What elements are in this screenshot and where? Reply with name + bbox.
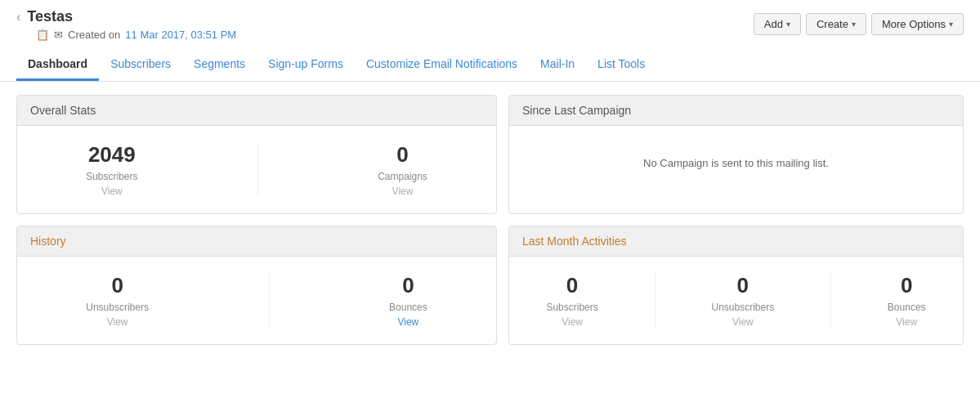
back-title-row: ‹ Testas [16,8,236,25]
lm-bounces-count: 0 [901,273,912,298]
created-date: 11 Mar 2017, 03:51 PM [125,29,236,41]
overall-stats-body: 2049 Subscribers View 0 Campaigns View [17,126,496,213]
last-month-header: Last Month Activities [509,226,963,257]
page-title: Testas [27,8,73,25]
subscribers-count: 2049 [88,142,136,168]
navigation-tabs: Dashboard Subscribers Segments Sign-up F… [0,49,980,82]
no-campaign-message: No Campaign is sent to this mailing list… [643,157,829,169]
campaigns-view-link[interactable]: View [392,186,414,197]
add-button[interactable]: Add ▾ [754,13,801,35]
list-icon: 📋 [36,29,49,41]
more-options-dropdown-arrow: ▾ [949,20,953,29]
subscribers-stat: 2049 Subscribers View [86,142,137,197]
bounces-label: Bounces [389,302,427,313]
envelope-icon: ✉ [54,29,63,41]
overall-stats-panel: Overall Stats 2049 Subscribers View 0 Ca… [16,95,497,214]
lm-subscribers-stat: 0 Subscribers View [546,273,597,328]
create-button[interactable]: Create ▾ [806,13,866,35]
tab-signup-forms[interactable]: Sign-up Forms [257,49,355,81]
create-label: Create [817,18,848,30]
add-label: Add [764,18,783,30]
row-1: Overall Stats 2049 Subscribers View 0 Ca… [16,95,964,214]
history-header: History [17,226,496,257]
tab-dashboard[interactable]: Dashboard [16,49,99,81]
more-options-label: More Options [882,18,946,30]
lm-subscribers-count: 0 [566,273,578,298]
lm-bounces-label: Bounces [888,302,926,313]
tab-segments[interactable]: Segments [182,49,257,81]
header-actions: Add ▾ Create ▾ More Options ▾ [754,8,964,35]
subscribers-view-link[interactable]: View [101,186,123,197]
add-dropdown-arrow: ▾ [786,20,790,29]
history-divider [269,273,270,328]
lm-unsubscribers-stat: 0 Unsubscribers View [711,273,774,328]
bounces-view-link[interactable]: View [397,316,418,328]
header-left: ‹ Testas 📋 ✉ Created on 11 Mar 2017, 03:… [16,8,236,41]
bounces-count: 0 [402,273,414,298]
meta-row: 📋 ✉ Created on 11 Mar 2017, 03:51 PM [16,29,236,41]
unsubscribers-label: Unsubscribers [86,302,149,313]
lm-subscribers-view-link[interactable]: View [562,316,583,328]
subscribers-label: Subscribers [86,171,137,182]
lm-bounces-stat: 0 Bounces View [888,273,926,328]
stat-divider [257,142,258,197]
history-panel: History 0 Unsubscribers View 0 Bounces V… [16,226,497,345]
dashboard-content: Overall Stats 2049 Subscribers View 0 Ca… [0,82,980,358]
lm-unsubscribers-view-link[interactable]: View [732,316,754,328]
create-dropdown-arrow: ▾ [852,20,856,29]
meta-prefix: Created on [68,29,120,41]
tab-mail-in[interactable]: Mail-In [529,49,586,81]
last-month-body: 0 Subscribers View 0 Unsubscribers View … [509,257,963,344]
lm-subscribers-label: Subscribers [546,302,597,313]
unsubscribers-count: 0 [111,273,123,298]
tab-customize-email[interactable]: Customize Email Notifications [355,49,529,81]
tab-list-tools[interactable]: List Tools [586,49,656,81]
since-last-campaign-panel: Since Last Campaign No Campaign is sent … [508,95,964,214]
back-button[interactable]: ‹ [16,10,20,25]
campaigns-label: Campaigns [378,171,427,182]
lm-unsubscribers-count: 0 [737,273,749,298]
campaigns-stat: 0 Campaigns View [378,142,427,197]
since-last-campaign-header: Since Last Campaign [509,96,963,126]
page-header: ‹ Testas 📋 ✉ Created on 11 Mar 2017, 03:… [0,0,980,41]
campaigns-count: 0 [396,142,408,168]
bounces-stat: 0 Bounces View [389,273,427,328]
overall-stats-header: Overall Stats [17,96,496,126]
lm-divider-2 [830,273,831,328]
lm-unsubscribers-label: Unsubscribers [711,302,774,313]
unsubscribers-stat: 0 Unsubscribers View [86,273,149,328]
last-month-panel: Last Month Activities 0 Subscribers View… [508,226,964,345]
lm-bounces-view-link[interactable]: View [896,316,917,328]
unsubscribers-view-link[interactable]: View [107,316,128,328]
tab-subscribers[interactable]: Subscribers [99,49,182,81]
lm-divider-1 [655,273,656,328]
row-2: History 0 Unsubscribers View 0 Bounces V… [16,226,964,345]
history-body: 0 Unsubscribers View 0 Bounces View [17,257,496,344]
more-options-button[interactable]: More Options ▾ [871,13,964,35]
since-last-campaign-body: No Campaign is sent to this mailing list… [509,126,963,199]
